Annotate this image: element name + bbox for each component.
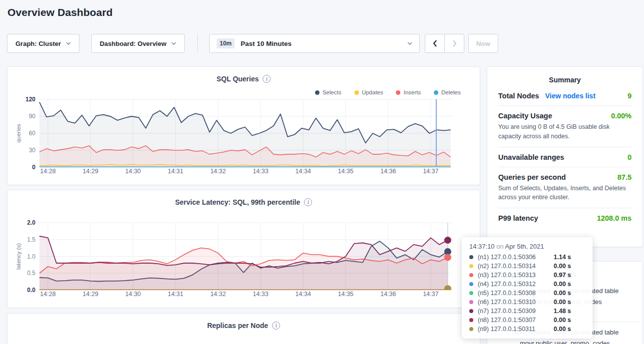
- sql-queries-title: SQL Queries i: [7, 75, 480, 83]
- latency-title: Service Latency: SQL, 99th percentile i: [7, 198, 480, 206]
- tooltip-node-value: 0.00 s: [554, 290, 571, 297]
- tooltip-row: (n7) 127.0.0.1:503091.48 s: [469, 307, 586, 316]
- legend-item-inserts[interactable]: Inserts: [396, 89, 421, 95]
- chart-tooltip: 14:37:10 on Apr 5th, 2021 (n1) 127.0.0.1…: [462, 237, 593, 339]
- sql-queries-chart[interactable]: 030609012014:2814:2914:3014:3114:3214:33…: [7, 97, 480, 182]
- tooltip-node-value: 0.00 s: [554, 281, 571, 288]
- chevron-down-icon: [171, 42, 176, 45]
- tooltip-node-name: (n7) 127.0.0.1:50309: [478, 308, 554, 315]
- dashboard-dropdown-label: Dashboard: Overview: [100, 40, 167, 47]
- tooltip-row: (n9) 127.0.0.1:503110.00 s: [469, 325, 586, 334]
- node-color-dot-icon: [469, 273, 473, 277]
- svg-text:14:32: 14:32: [210, 291, 226, 298]
- summary-description: Sum of Selects, Updates, Inserts, and De…: [498, 184, 632, 203]
- tooltip-node-value: 0.00 s: [554, 326, 571, 333]
- time-range-badge: 10m: [217, 38, 235, 48]
- tooltip-node-value: 0.00 s: [554, 299, 571, 306]
- svg-text:14:36: 14:36: [380, 291, 396, 298]
- svg-text:14:31: 14:31: [168, 291, 183, 298]
- summary-value: 0: [628, 153, 632, 161]
- now-button[interactable]: Now: [468, 34, 498, 53]
- toolbar-divider: [197, 34, 198, 53]
- summary-row-top: Queries per second87.5: [498, 173, 632, 181]
- tooltip-node-name: (n2) 127.0.0.1:50314: [478, 263, 554, 270]
- svg-text:latency (s): latency (s): [15, 243, 21, 270]
- time-nav-group: [425, 34, 464, 53]
- summary-panel-title: Summary: [498, 67, 632, 86]
- legend-dot-icon: [354, 90, 359, 95]
- svg-text:14:30: 14:30: [125, 291, 141, 298]
- svg-text:90: 90: [29, 113, 36, 120]
- svg-text:0: 0: [32, 164, 35, 171]
- svg-text:14:34: 14:34: [296, 168, 311, 175]
- summary-row-top: P99 latency1208.0 ms: [498, 214, 632, 222]
- svg-text:120: 120: [25, 97, 35, 103]
- node-color-dot-icon: [469, 318, 473, 322]
- latency-chart[interactable]: 0.00.51.01.52.014:2814:2914:3014:3114:32…: [7, 220, 480, 305]
- tooltip-node-name: (n4) 127.0.0.1:50312: [478, 281, 554, 288]
- svg-text:0.0: 0.0: [27, 287, 35, 294]
- tooltip-node-value: 1.48 s: [554, 308, 571, 315]
- tooltip-node-name: (n6) 127.0.0.1:50310: [478, 299, 554, 306]
- summary-row-top: Total NodesView nodes list9: [498, 92, 632, 100]
- legend-item-selects[interactable]: Selects: [315, 89, 341, 95]
- summary-row: Capacity Usage0.00%You are using 0 B of …: [498, 106, 632, 147]
- summary-value: 87.5: [618, 173, 632, 181]
- time-range-dropdown[interactable]: 10m Past 10 Minutes: [209, 34, 420, 53]
- svg-text:2.0: 2.0: [27, 220, 35, 226]
- node-color-dot-icon: [469, 300, 473, 304]
- tooltip-node-name: (n5) 127.0.0.1:50308: [478, 290, 554, 297]
- svg-text:14:35: 14:35: [338, 168, 353, 175]
- legend-item-updates[interactable]: Updates: [354, 89, 383, 95]
- summary-row: Queries per second87.5Sum of Selects, Up…: [498, 167, 632, 209]
- dashboard-dropdown[interactable]: Dashboard: Overview: [91, 34, 185, 53]
- tooltip-row: (n5) 127.0.0.1:503080.00 s: [469, 289, 586, 298]
- summary-panel: Summary Total NodesView nodes list9Capac…: [487, 66, 643, 247]
- chevron-down-icon: [407, 42, 412, 45]
- graph-dropdown-label: Graph: Cluster: [15, 40, 61, 47]
- legend-dot-icon: [315, 90, 320, 95]
- time-prev-button[interactable]: [425, 34, 445, 53]
- info-icon[interactable]: i: [263, 75, 271, 83]
- node-color-dot-icon: [469, 327, 473, 331]
- svg-text:14:36: 14:36: [380, 168, 396, 175]
- legend-item-deletes[interactable]: Deletes: [434, 89, 461, 95]
- tooltip-timestamp: 14:37:10 on Apr 5th, 2021: [469, 243, 586, 250]
- svg-text:14:33: 14:33: [253, 291, 268, 298]
- svg-text:14:31: 14:31: [168, 168, 183, 175]
- summary-description: You are using 0 B of 4.5 GiB usable disk…: [498, 122, 632, 141]
- summary-value: 1208.0 ms: [597, 214, 632, 222]
- graph-dropdown[interactable]: Graph: Cluster: [7, 34, 79, 53]
- svg-text:14:33: 14:33: [253, 168, 268, 175]
- svg-text:60: 60: [29, 130, 36, 137]
- summary-row-top: Capacity Usage0.00%: [498, 112, 632, 120]
- tooltip-node-value: 1.14 s: [554, 254, 571, 261]
- tooltip-node-name: (n3) 127.0.0.1:50313: [478, 272, 554, 279]
- tooltip-date: Apr 5th, 2021: [505, 243, 544, 250]
- svg-text:14:28: 14:28: [40, 168, 55, 175]
- svg-text:1.0: 1.0: [27, 253, 35, 260]
- legend-label: Inserts: [403, 89, 421, 95]
- sql-queries-legend: SelectsUpdatesInsertsDeletes: [315, 89, 461, 95]
- svg-text:queries: queries: [15, 124, 21, 143]
- summary-label: Queries per second: [498, 173, 566, 181]
- replicas-title-text: Replicas per Node: [207, 322, 268, 330]
- summary-label: Total Nodes: [498, 92, 539, 100]
- summary-label: Unavailable ranges: [498, 153, 564, 161]
- view-nodes-link[interactable]: View nodes list: [545, 92, 596, 100]
- legend-dot-icon: [434, 90, 438, 95]
- info-icon[interactable]: i: [304, 198, 312, 206]
- latency-card: Service Latency: SQL, 99th percentile i …: [7, 190, 480, 308]
- summary-value: 0.00%: [611, 112, 632, 120]
- summary-row-top: Unavailable ranges0: [498, 153, 632, 161]
- tooltip-node-value: 0.97 s: [554, 272, 571, 279]
- tooltip-row: (n1) 127.0.0.1:503061.14 s: [469, 253, 586, 262]
- svg-text:0.5: 0.5: [27, 270, 35, 277]
- tooltip-node-name: (n9) 127.0.0.1:50311: [478, 326, 554, 333]
- info-icon[interactable]: i: [272, 322, 280, 330]
- time-next-button[interactable]: [444, 34, 464, 53]
- svg-text:14:30: 14:30: [125, 168, 141, 175]
- chevron-left-icon: [433, 40, 437, 47]
- svg-text:14:34: 14:34: [296, 291, 311, 298]
- svg-text:14:35: 14:35: [338, 291, 353, 298]
